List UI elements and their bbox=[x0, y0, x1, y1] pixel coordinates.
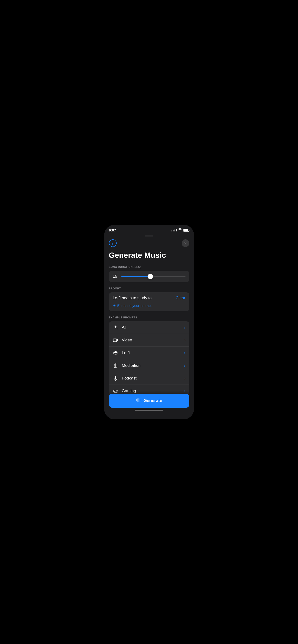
chevron-right-icon: › bbox=[184, 364, 186, 368]
status-icons bbox=[171, 228, 189, 232]
prompt-item-meditation-label: Meditation bbox=[122, 363, 181, 368]
brain-icon bbox=[113, 363, 118, 368]
page-title: Generate Music bbox=[109, 251, 189, 260]
chevron-right-icon: › bbox=[184, 351, 186, 355]
svg-rect-26 bbox=[140, 399, 140, 401]
enhance-button[interactable]: ✦ Enhance your prompt bbox=[113, 303, 152, 308]
generate-button[interactable]: Generate bbox=[109, 394, 189, 408]
slider-fill bbox=[121, 276, 150, 277]
prompt-item-lofi-label: Lo-fi bbox=[122, 350, 181, 355]
graduation-icon bbox=[113, 350, 118, 356]
slider-value: 15 bbox=[113, 274, 118, 279]
battery-icon bbox=[183, 229, 189, 232]
chevron-right-icon: › bbox=[184, 376, 186, 380]
status-time: 9:07 bbox=[109, 228, 116, 232]
song-duration-label: SONG DURATION (SEC) bbox=[109, 266, 189, 268]
prompt-item-video-label: Video bbox=[122, 338, 181, 342]
status-bar: 9:07 bbox=[104, 225, 194, 234]
info-button[interactable]: i bbox=[109, 239, 117, 247]
slider-thumb[interactable] bbox=[147, 274, 153, 279]
prompt-item-meditation[interactable]: Meditation › bbox=[109, 360, 189, 372]
close-button[interactable]: ✕ bbox=[182, 239, 189, 247]
chevron-right-icon: › bbox=[184, 326, 186, 330]
prompt-top-row: Lo-fi beats to study to Clear bbox=[113, 296, 186, 300]
prompt-item-podcast-label: Podcast bbox=[122, 376, 181, 381]
svg-rect-22 bbox=[136, 399, 136, 401]
svg-rect-0 bbox=[113, 339, 117, 342]
svg-rect-25 bbox=[139, 398, 139, 402]
prompt-text: Lo-fi beats to study to bbox=[113, 296, 152, 300]
video-icon bbox=[113, 337, 118, 343]
prompt-item-all-label: All bbox=[122, 325, 181, 330]
clear-button[interactable]: Clear bbox=[176, 296, 186, 300]
waveform-icon bbox=[136, 398, 141, 404]
mic-icon bbox=[113, 376, 118, 381]
wifi-icon bbox=[178, 228, 182, 232]
signal-icon bbox=[171, 229, 177, 232]
svg-rect-24 bbox=[138, 398, 138, 402]
enhance-label: Enhance your prompt bbox=[117, 304, 152, 308]
example-prompts-label: EXAMPLE PROMPTS bbox=[109, 316, 189, 319]
prompt-item-video[interactable]: Video › bbox=[109, 334, 189, 347]
sheet-header: i ✕ bbox=[109, 239, 189, 247]
song-duration-slider-container: 15 bbox=[109, 271, 189, 282]
prompt-item-podcast[interactable]: Podcast › bbox=[109, 372, 189, 385]
generate-label: Generate bbox=[143, 398, 162, 403]
sparkles-icon: ✦ bbox=[113, 303, 116, 308]
prompt-label: PROMPT bbox=[109, 287, 189, 290]
prompt-container: Lo-fi beats to study to Clear ✦ Enhance … bbox=[109, 292, 189, 311]
svg-rect-23 bbox=[137, 398, 137, 402]
prompt-item-all[interactable]: All › bbox=[109, 321, 189, 334]
sparkles-icon bbox=[113, 325, 118, 330]
sheet-handle bbox=[104, 234, 194, 236]
chevron-right-icon: › bbox=[184, 338, 186, 342]
slider-track[interactable] bbox=[121, 276, 186, 277]
prompt-item-lofi[interactable]: Lo-fi › bbox=[109, 347, 189, 360]
generate-button-container: Generate bbox=[104, 391, 194, 419]
svg-rect-3 bbox=[115, 376, 116, 379]
home-indicator bbox=[135, 410, 163, 411]
